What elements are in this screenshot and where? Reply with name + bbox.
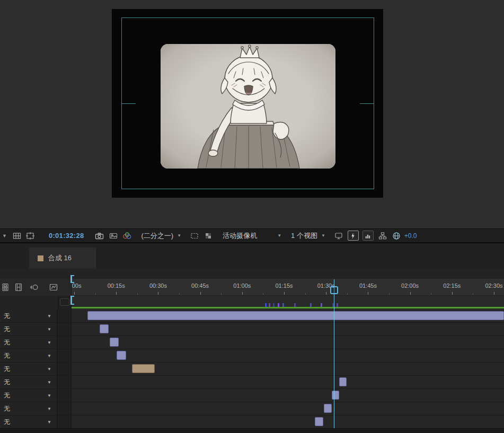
comp-marker-button[interactable]	[60, 298, 69, 306]
grid-guides-icon[interactable]	[12, 231, 22, 241]
render-mark	[265, 303, 267, 307]
layer-row: 无▼	[0, 402, 504, 416]
chevron-down-icon: ▼	[47, 314, 51, 319]
frame-blend-icon[interactable]	[14, 283, 23, 291]
rgb-channels-icon[interactable]	[122, 231, 132, 241]
ruler-tick	[368, 292, 368, 295]
snapshot-icon[interactable]	[95, 231, 104, 241]
composition-tab[interactable]: 合成 16	[29, 248, 97, 269]
workarea-start-bracket-lower[interactable]	[70, 296, 74, 305]
ruler-label: 02:30s	[485, 282, 502, 289]
safe-margins-icon[interactable]	[25, 231, 35, 241]
mini-flowchart-icon[interactable]	[378, 231, 387, 241]
trkmat-select[interactable]: 无▼	[0, 402, 57, 415]
ruler-minor-tick	[347, 293, 348, 295]
ruler-label: 01:15s	[275, 282, 293, 289]
layer-bar[interactable]	[117, 351, 126, 360]
layer-bar[interactable]	[339, 377, 347, 386]
chevron-down-icon: ▼	[47, 367, 51, 372]
trkmat-label: 无	[0, 391, 10, 400]
ruler-tick	[242, 292, 243, 295]
layer-track	[72, 349, 504, 362]
after-effects-window: ▼ 0:01:32:28 (二分之一) ▼ 活动摄像机 ▼	[0, 0, 504, 433]
layer-aux-column	[57, 349, 72, 362]
trkmat-select[interactable]: 无▼	[0, 323, 57, 335]
view-count-select[interactable]: 1 个视图 ▼	[291, 231, 325, 241]
ruler-minor-tick	[137, 293, 138, 295]
chevron-down-icon: ▼	[47, 380, 51, 385]
transparency-grid-icon[interactable]	[204, 231, 213, 241]
layer-track	[72, 363, 504, 375]
layer-bar[interactable]	[315, 417, 323, 426]
trkmat-select[interactable]: 无▼	[0, 349, 57, 362]
timeline-header: 0:00s00:15s00:30s00:45s01:00s01:15s01:30…	[0, 279, 504, 296]
layer-track	[72, 336, 504, 349]
layer-bar[interactable]	[100, 324, 109, 333]
view-layout-icon[interactable]	[334, 231, 343, 241]
trkmat-select[interactable]: 无▼	[0, 310, 57, 322]
color-management-globe-icon[interactable]	[392, 231, 401, 241]
trkmat-label: 无	[0, 351, 10, 360]
layer-bar[interactable]	[87, 311, 504, 320]
render-mark	[337, 303, 338, 307]
film-frames-icon[interactable]	[1, 283, 10, 291]
ruler-tick	[494, 292, 494, 295]
camera-view-select[interactable]: 活动摄像机 ▼	[223, 231, 281, 241]
workarea-start-bracket[interactable]	[70, 275, 74, 283]
trkmat-label: 无	[0, 365, 10, 374]
ruler-minor-tick	[389, 293, 390, 295]
resolution-label: (二分之一)	[142, 231, 174, 241]
layer-aux-column	[57, 336, 72, 349]
trkmat-select[interactable]: 无▼	[0, 376, 57, 388]
histogram-icon[interactable]	[362, 231, 374, 241]
trkmat-select[interactable]: 无▼	[0, 336, 57, 349]
current-time-display[interactable]: 0:01:32:28	[49, 232, 84, 240]
chevron-down-icon: ▼	[277, 233, 281, 238]
layer-row: 无▼	[0, 363, 504, 376]
time-ruler[interactable]: 0:00s00:15s00:30s00:45s01:00s01:15s01:30…	[72, 279, 504, 296]
layer-track	[72, 416, 504, 428]
layer-aux-column	[57, 376, 72, 388]
workarea-track[interactable]	[72, 296, 504, 310]
layer-row: 无▼	[0, 376, 504, 389]
timeline-header-buttons	[0, 279, 72, 296]
ruler-minor-tick	[473, 293, 473, 295]
viewer-monitor[interactable]	[112, 9, 383, 198]
ruler-label: 01:45s	[359, 282, 377, 289]
trkmat-select[interactable]: 无▼	[0, 389, 57, 402]
trkmat-label: 无	[0, 418, 10, 427]
show-snapshot-icon[interactable]	[109, 231, 118, 241]
ruler-tick	[326, 292, 326, 295]
chevron-down-icon: ▼	[177, 233, 181, 238]
layer-row: 无▼	[0, 336, 504, 349]
fast-previews-icon[interactable]	[348, 231, 359, 241]
layer-bar[interactable]	[324, 404, 332, 413]
graph-editor-icon[interactable]	[49, 283, 58, 291]
playhead-line[interactable]	[334, 279, 334, 428]
layer-bar[interactable]	[132, 364, 155, 373]
panel-menu-caret-icon[interactable]: ▼	[2, 233, 7, 238]
ruler-label: 02:00s	[401, 282, 419, 289]
trkmat-select[interactable]: 无▼	[0, 363, 57, 375]
layer-bar[interactable]	[332, 391, 339, 400]
viewer-toolbar: ▼ 0:01:32:28 (二分之一) ▼ 活动摄像机 ▼	[0, 228, 504, 243]
render-mark	[321, 303, 322, 307]
layer-track	[72, 310, 504, 322]
trkmat-label: 无	[0, 404, 10, 413]
character-sketch	[161, 44, 335, 169]
trkmat-select[interactable]: 无▼	[0, 416, 57, 428]
layer-aux-column	[57, 389, 72, 402]
ruler-minor-tick	[263, 293, 263, 295]
playhead-head[interactable]	[330, 286, 338, 294]
layer-bar[interactable]	[110, 338, 119, 347]
exposure-value[interactable]: +0.0	[404, 232, 417, 240]
region-of-interest-icon[interactable]	[190, 231, 199, 241]
layer-row: 无▼	[0, 310, 504, 323]
ruler-minor-tick	[95, 293, 96, 295]
ruler-minor-tick	[221, 293, 222, 295]
motion-blur-icon[interactable]	[30, 283, 39, 291]
ruler-tick	[200, 292, 201, 295]
timeline-tabbar: 合成 16	[0, 243, 504, 269]
render-mark	[294, 303, 296, 307]
resolution-select[interactable]: (二分之一) ▼	[142, 231, 182, 241]
